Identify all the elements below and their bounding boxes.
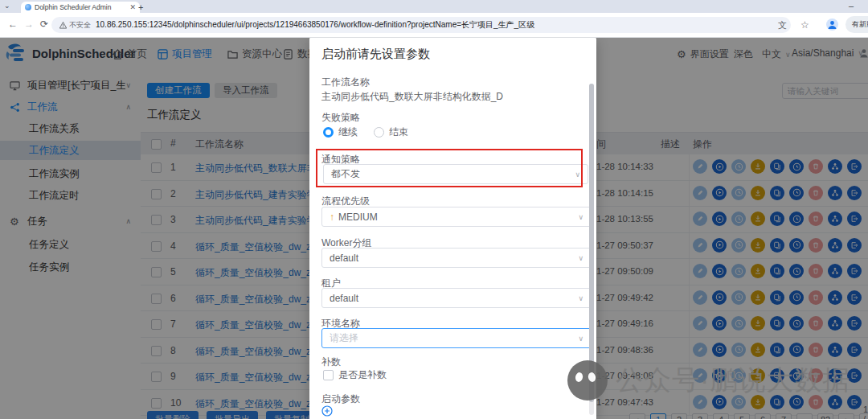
notify-highlight-box <box>316 149 583 187</box>
startup-params-label: 启动参数 <box>321 392 360 406</box>
minimize-window-button[interactable]: – <box>849 1 854 10</box>
backfill-checkbox[interactable] <box>323 370 334 380</box>
chevron-down-icon: ∨ <box>578 335 583 343</box>
radio-continue-label: 继续 <box>338 125 358 139</box>
chevron-down-icon: ∨ <box>578 254 583 262</box>
tab-title: Dolphin Scheduler Admin <box>35 3 126 11</box>
chevron-down-icon: ∨ <box>578 213 583 221</box>
forward-button[interactable]: → <box>24 18 34 30</box>
browser-tab[interactable]: Dolphin Scheduler Admin ✕ <box>21 2 140 13</box>
priority-select[interactable]: ↑MEDIUM ∨ <box>321 207 592 227</box>
backfill-label: 补数 <box>321 355 341 369</box>
back-button[interactable]: ← <box>8 18 18 30</box>
browser-update-pill[interactable]: 有新版 C <box>845 16 868 33</box>
tenant-select[interactable]: default∨ <box>321 288 592 308</box>
modal-title: 启动前请先设置参数 <box>321 47 430 62</box>
translate-icon[interactable]: 文 <box>778 19 787 31</box>
bookmark-star-icon[interactable]: ☆ <box>800 19 809 31</box>
tab-strip: ⌄ Dolphin Scheduler Admin ✕ + – <box>0 0 868 13</box>
radio-end[interactable] <box>374 127 384 138</box>
radio-continue[interactable] <box>323 127 334 138</box>
watermark: 公众号·鹏说大数据 <box>567 360 850 401</box>
favicon-dolphin-icon <box>25 4 31 10</box>
radio-end-label: 结束 <box>389 125 408 139</box>
url-text: 10.86.250.155:12345/dolphinscheduler/ui/… <box>96 19 534 31</box>
warning-triangle-icon <box>59 22 67 29</box>
address-bar[interactable]: 不安全 10.86.250.155:12345/dolphinscheduler… <box>51 17 791 33</box>
chevron-down-icon: ∨ <box>578 294 583 302</box>
browser-avatar[interactable] <box>826 18 838 31</box>
failure-strategy-radios: 继续 结束 <box>323 125 408 139</box>
start-params-modal: 启动前请先设置参数 工作流名称 主动同步低代码_数联大屏非结构化数据_D 失败策… <box>309 37 596 419</box>
backfill-row: 是否是补数 <box>323 368 387 382</box>
wechat-account-icon <box>567 360 608 401</box>
add-param-icon[interactable] <box>321 405 333 419</box>
url-bar: ← → ⟳ 不安全 10.86.250.155:12345/dolphinsch… <box>0 13 868 38</box>
browser-chrome: ⌄ Dolphin Scheduler Admin ✕ + – ← → ⟳ 不安… <box>0 0 868 37</box>
tab-search-chevron-icon[interactable]: ⌄ <box>4 2 10 10</box>
worker-group-select[interactable]: default∨ <box>321 248 592 268</box>
scrollbar-thumb[interactable] <box>589 84 594 402</box>
not-secure-badge[interactable]: 不安全 <box>59 20 91 31</box>
environment-select[interactable]: 请选择∨ <box>321 328 592 348</box>
watermark-text: 公众号·鹏说大数据 <box>616 362 850 399</box>
close-tab-icon[interactable]: ✕ <box>129 3 136 11</box>
person-icon <box>826 18 838 31</box>
priority-up-arrow-icon: ↑ <box>330 212 334 223</box>
workflow-name-label: 工作流名称 <box>321 76 370 89</box>
failure-strategy-label: 失败策略 <box>321 111 360 125</box>
workflow-name-value: 主动同步低代码_数联大屏非结构化数据_D <box>321 90 503 104</box>
new-tab-button[interactable]: + <box>138 2 143 12</box>
backfill-checkbox-label: 是否是补数 <box>338 368 387 382</box>
reload-button[interactable]: ⟳ <box>40 18 48 30</box>
